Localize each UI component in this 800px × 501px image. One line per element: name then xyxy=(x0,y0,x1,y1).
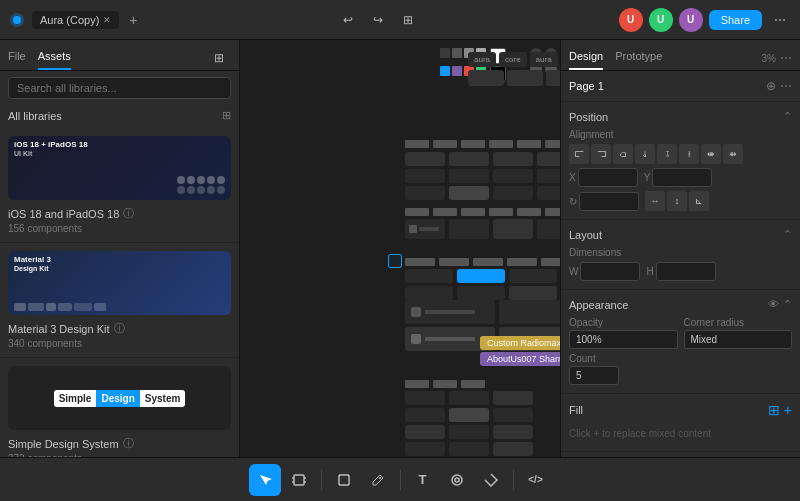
tab-title: Aura (Copy) xyxy=(40,14,99,26)
canvas[interactable]: aura core aura xyxy=(240,40,560,457)
width-field: W xyxy=(569,262,640,281)
simple-name: Simple Design System ⓘ xyxy=(8,436,231,451)
ios18-info-icon: ⓘ xyxy=(123,206,134,221)
rotation-input[interactable] xyxy=(579,192,639,211)
right-settings-icon[interactable]: ⋯ xyxy=(780,51,792,65)
search-input[interactable] xyxy=(8,77,231,99)
redo-button[interactable]: ↪ xyxy=(366,8,390,32)
undo-button[interactable]: ↩ xyxy=(336,8,360,32)
align-center-h-btn[interactable]: ⫎ xyxy=(591,144,611,164)
bottom-toolbar: T </> xyxy=(0,457,800,501)
zoom-percent: 3% xyxy=(762,53,776,64)
library-item-material3[interactable]: Material 3Design Kit Material 3 Design K… xyxy=(0,243,239,358)
align-left-btn[interactable]: ⫍ xyxy=(569,144,589,164)
page-options-icon[interactable]: ⊕ xyxy=(766,79,776,93)
opacity-input[interactable] xyxy=(569,330,678,349)
libraries-options-icon[interactable]: ⊞ xyxy=(222,109,231,122)
tab-file[interactable]: File xyxy=(8,46,26,70)
layout-expand-icon[interactable]: ⌃ xyxy=(783,228,792,241)
select-tool-icon xyxy=(258,473,272,487)
right-sidebar: Design Prototype 3% ⋯ Page 1 ⊕ ⋯ Positio… xyxy=(560,40,800,457)
appearance-section: Appearance 👁 ⌃ Opacity Corner radius xyxy=(561,290,800,394)
canvas-mid-components-3 xyxy=(405,258,560,303)
rect-tool-icon xyxy=(337,473,351,487)
fill-expand-icon[interactable]: ⊞ xyxy=(768,402,780,418)
tab-assets[interactable]: Assets xyxy=(38,46,71,70)
appearance-visible-icon[interactable]: 👁 xyxy=(768,298,779,311)
libraries-list: iOS 18 + iPadOS 18UI Kit xyxy=(0,128,239,457)
tab-close-icon[interactable]: ✕ xyxy=(103,15,111,25)
sidebar-options-icon[interactable]: ⊞ xyxy=(207,46,231,70)
grid-view-button[interactable]: ⊞ xyxy=(396,8,420,32)
top-bar: Aura (Copy) ✕ + ↩ ↪ ⊞ U U U Share ⋯ xyxy=(0,0,800,40)
ios18-name: iOS 18 and iPadOS 18 ⓘ xyxy=(8,206,231,221)
opacity-label: Opacity xyxy=(569,317,678,328)
tab-design[interactable]: Design xyxy=(569,46,603,70)
align-bottom-btn[interactable]: ⫲ xyxy=(679,144,699,164)
flip-v-btn[interactable]: ↕ xyxy=(667,191,687,211)
fill-section: Fill ⊞ + Click + to replace mixed conten… xyxy=(561,394,800,452)
material3-info-icon: ⓘ xyxy=(114,321,125,336)
count-input[interactable] xyxy=(569,366,619,385)
library-item-simple[interactable]: Simple Design System Simple Design Syste… xyxy=(0,358,239,457)
alignment-buttons: ⫍ ⫎ ⫏ ⫰ ⫱ ⫲ ⇼ ⇻ xyxy=(569,144,792,164)
layout-section: Layout ⌃ Dimensions W H xyxy=(561,220,800,290)
material3-count: 340 components xyxy=(8,338,231,349)
tooltip-label-aboutus: AboutUs007 Sharmaree xyxy=(480,352,560,366)
selection-indicator xyxy=(388,254,402,268)
select-tool-button[interactable] xyxy=(249,464,281,496)
distribute-v-btn[interactable]: ⇻ xyxy=(723,144,743,164)
avatar-2: U xyxy=(649,8,673,32)
flip-extra-btn[interactable]: ⊾ xyxy=(689,191,709,211)
position-x-field: X xyxy=(569,168,638,187)
handoff-tool-button[interactable] xyxy=(441,464,473,496)
position-expand-icon[interactable]: ⌃ xyxy=(783,110,792,123)
pen-tool-button[interactable] xyxy=(362,464,394,496)
more-options-icon[interactable]: ⋯ xyxy=(768,8,792,32)
tooltip-custom: Custom Radiomaximum AboutUs007 Sharmaree xyxy=(480,336,560,366)
simple-info-icon: ⓘ xyxy=(123,436,134,451)
position-y-field: Y xyxy=(644,168,713,187)
pen-tool-icon xyxy=(371,473,385,487)
top-bar-left: Aura (Copy) ✕ + xyxy=(8,11,137,29)
position-y-input[interactable] xyxy=(652,168,712,187)
left-sidebar: File Assets ⊞ All libraries ⊞ iOS 18 + i… xyxy=(0,40,240,457)
share-button[interactable]: Share xyxy=(709,10,762,30)
rect-tool-button[interactable] xyxy=(328,464,360,496)
simple-thumbnail: Simple Design System xyxy=(8,366,231,430)
position-x-input[interactable] xyxy=(578,168,638,187)
page-section: Page 1 ⊕ ⋯ xyxy=(561,71,800,102)
align-center-v-btn[interactable]: ⫱ xyxy=(657,144,677,164)
component-tool-button[interactable] xyxy=(475,464,507,496)
distribute-h-btn[interactable]: ⇼ xyxy=(701,144,721,164)
tab-add-icon[interactable]: + xyxy=(129,12,137,28)
text-tool-button[interactable]: T xyxy=(407,464,439,496)
width-input[interactable] xyxy=(580,262,640,281)
align-top-btn[interactable]: ⫰ xyxy=(635,144,655,164)
height-input[interactable] xyxy=(656,262,716,281)
toolbar-separator-3 xyxy=(513,470,514,490)
simple-badge: Simple Design System xyxy=(54,390,186,407)
corner-radius-input[interactable] xyxy=(684,330,793,349)
corner-radius-label: Corner radius xyxy=(684,317,793,328)
avatar-1: U xyxy=(619,8,643,32)
canvas-mid-components-2 xyxy=(405,208,560,242)
appearance-expand-icon[interactable]: ⌃ xyxy=(783,298,792,311)
tab-prototype[interactable]: Prototype xyxy=(615,46,662,70)
current-tab[interactable]: Aura (Copy) ✕ xyxy=(32,11,119,29)
svg-point-10 xyxy=(455,478,459,482)
page-settings-icon[interactable]: ⋯ xyxy=(780,79,792,93)
library-item-ios18[interactable]: iOS 18 + iPadOS 18UI Kit xyxy=(0,128,239,243)
fill-placeholder: Click + to replace mixed content xyxy=(569,424,792,443)
toolbar-separator-1 xyxy=(321,470,322,490)
align-right-btn[interactable]: ⫏ xyxy=(613,144,633,164)
flip-h-btn[interactable]: ↔ xyxy=(645,191,665,211)
top-bar-right: U U U Share ⋯ xyxy=(619,8,792,32)
code-tool-button[interactable]: </> xyxy=(520,464,552,496)
canvas-bottom-components xyxy=(405,380,533,457)
fill-add-btn[interactable]: + xyxy=(784,402,792,418)
dimensions-label: Dimensions xyxy=(569,247,792,258)
svg-rect-7 xyxy=(339,475,349,485)
ios18-thumbnail: iOS 18 + iPadOS 18UI Kit xyxy=(8,136,231,200)
frame-tool-button[interactable] xyxy=(283,464,315,496)
